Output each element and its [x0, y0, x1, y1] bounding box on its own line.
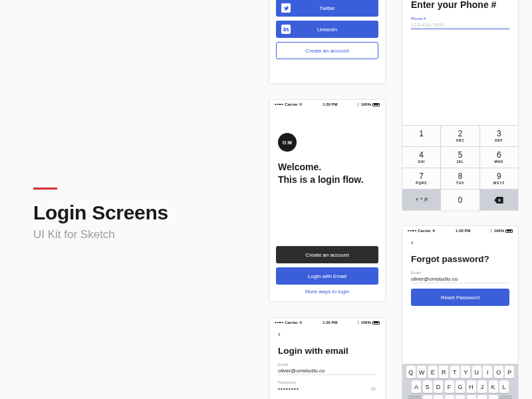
key-e[interactable]: E [428, 366, 438, 378]
numkey-6[interactable]: 6MNO [480, 147, 518, 168]
key-p[interactable]: P [505, 366, 514, 378]
create-account-button[interactable]: Create an account [276, 42, 378, 59]
login-email-title: Login with email [278, 346, 376, 356]
key-f[interactable]: F [445, 380, 454, 393]
key-t[interactable]: T [450, 366, 460, 378]
key-y[interactable]: Y [461, 366, 470, 378]
card-social: Twitter LinkedIn Create an account [269, 0, 386, 84]
bluetooth-icon: ᛒ [357, 102, 360, 106]
key-v[interactable]: V [456, 395, 465, 399]
create-account-button[interactable]: Create an account [276, 246, 378, 263]
back-button[interactable]: ‹ [402, 235, 518, 246]
backspace-icon[interactable] [499, 395, 512, 399]
key-b[interactable]: B [467, 395, 476, 399]
shift-icon[interactable] [408, 395, 421, 399]
email-label: Email [411, 271, 509, 275]
numkey-2[interactable]: 2ABC [441, 126, 479, 146]
status-time: 1:20 PM [323, 102, 338, 106]
key-x[interactable]: X [434, 395, 443, 399]
accent-line [33, 188, 57, 190]
email-field[interactable]: oliver@omstudio.co [411, 276, 509, 282]
card-forgot: Carrierᯤ 1:20 PM ᛒ100% ‹ Forgot password… [402, 225, 519, 399]
numkey-3[interactable]: 3DEF [480, 126, 518, 146]
password-field[interactable]: •••••••• [278, 386, 299, 392]
battery-icon [372, 103, 380, 106]
numkey-0[interactable]: 0 [441, 190, 479, 210]
key-d[interactable]: D [434, 380, 443, 393]
welcome-line2: This is a login flow. [278, 174, 376, 186]
key-h[interactable]: H [467, 380, 476, 393]
key-k[interactable]: K [489, 380, 498, 393]
key-o[interactable]: O [494, 366, 503, 378]
numkey-1[interactable]: 1 [402, 126, 440, 146]
key-i[interactable]: I [483, 366, 492, 378]
key-s[interactable]: S [423, 380, 432, 393]
key-z[interactable]: Z [423, 395, 432, 399]
numkey-4[interactable]: 4GHI [402, 147, 440, 168]
key-a[interactable]: A [412, 380, 421, 393]
email-field[interactable]: oliver@omstudio.co [278, 368, 376, 374]
card-phone: ‹ Enter your Phone # Phone # 123-456-789… [402, 0, 519, 211]
key-g[interactable]: G [456, 380, 465, 393]
hero-subtitle: UI Kit for Sketch [33, 228, 233, 241]
key-n[interactable]: N [477, 395, 487, 399]
card-welcome: Carrierᯤ 1:20 PM ᛒ100% O:M Welcome. This… [269, 99, 386, 302]
twitter-icon [281, 3, 291, 13]
linkedin-button[interactable]: LinkedIn [276, 21, 378, 38]
number-keypad: 1 2ABC3DEF4GHI5JKL6MNO7PQRS8TUV9WXYZ+ * … [402, 125, 518, 210]
wifi-icon: ᯤ [299, 102, 303, 106]
back-button[interactable]: ‹ [269, 327, 385, 338]
qwerty-keyboard: QWERTYUIOPASDFGHJKLZXCVBNM [402, 364, 518, 399]
status-bar: Carrierᯤ 1:20 PM ᛒ100% [269, 318, 385, 327]
numkey-5[interactable]: 5JKL [441, 147, 479, 168]
hero-title: Login Screens [33, 201, 233, 224]
more-ways-link[interactable]: More ways to login [276, 289, 378, 295]
numkey-symbols[interactable]: + * # [402, 190, 440, 210]
create-account-label: Create an account [305, 48, 348, 54]
phone-title: Enter your Phone # [411, 0, 509, 10]
linkedin-label: LinkedIn [317, 27, 337, 33]
welcome-line1: Welcome. [278, 161, 376, 174]
forgot-title: Forgot password? [411, 254, 509, 264]
key-c[interactable]: C [445, 395, 454, 399]
key-q[interactable]: Q [406, 366, 416, 378]
status-bar: Carrierᯤ 1:20 PM ᛒ100% [269, 100, 385, 109]
key-u[interactable]: U [472, 366, 481, 378]
backspace-icon[interactable] [480, 190, 518, 210]
numkey-8[interactable]: 8TUV [441, 168, 479, 189]
phone-input[interactable]: 123-456-7890 [411, 22, 509, 28]
card-login-email: Carrierᯤ 1:20 PM ᛒ100% ‹ Login with emai… [269, 317, 386, 399]
email-label: Email [278, 362, 376, 366]
key-m[interactable]: M [489, 395, 498, 399]
numkey-7[interactable]: 7PQRS [402, 168, 440, 189]
twitter-button[interactable]: Twitter [276, 0, 378, 17]
login-email-button[interactable]: Login with Email [276, 267, 378, 285]
key-l[interactable]: L [499, 380, 509, 393]
eye-icon[interactable] [370, 386, 376, 392]
status-bar: Carrierᯤ 1:20 PM ᛒ100% [402, 226, 518, 235]
password-label: Password [278, 380, 376, 384]
phone-label: Phone # [411, 17, 509, 21]
reset-password-button[interactable]: Reset Password [411, 289, 509, 306]
brand-logo: O:M [278, 133, 297, 152]
numkey-9[interactable]: 9WXYZ [480, 168, 518, 189]
key-r[interactable]: R [439, 366, 448, 378]
key-j[interactable]: J [477, 380, 487, 393]
twitter-label: Twitter [319, 5, 335, 11]
hero-block: Login Screens UI Kit for Sketch [33, 188, 233, 241]
linkedin-icon [281, 25, 291, 34]
key-w[interactable]: W [417, 366, 426, 378]
